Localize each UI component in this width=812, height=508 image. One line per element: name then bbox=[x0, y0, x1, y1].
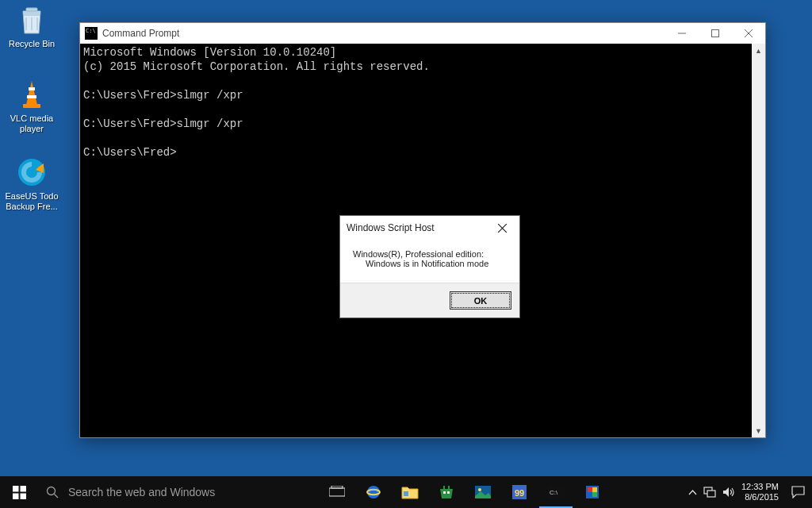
desktop-icon-label: VLC media player bbox=[4, 114, 59, 134]
taskbar-app-fraps[interactable]: 99 bbox=[501, 476, 538, 508]
svg-rect-17 bbox=[404, 491, 408, 496]
easeus-icon bbox=[15, 156, 48, 189]
svg-rect-19 bbox=[448, 486, 450, 490]
svg-rect-21 bbox=[447, 491, 450, 494]
cmd-titlebar[interactable]: Command Prompt bbox=[80, 23, 765, 44]
svg-rect-9 bbox=[13, 493, 19, 499]
svg-rect-14 bbox=[331, 486, 343, 488]
start-button[interactable] bbox=[0, 476, 38, 508]
dialog-line1: Windows(R), Professional edition: bbox=[353, 249, 507, 259]
ok-button[interactable]: OK bbox=[450, 291, 511, 310]
svg-rect-30 bbox=[592, 492, 597, 497]
dialog-line2: Windows is in Notification mode bbox=[353, 259, 507, 268]
svg-rect-29 bbox=[588, 487, 592, 492]
search-icon bbox=[46, 486, 59, 498]
tray-volume-icon[interactable] bbox=[722, 487, 735, 498]
taskbar-app-ie[interactable] bbox=[355, 476, 392, 508]
tray-network-icon[interactable] bbox=[703, 487, 716, 498]
desktop-icon-label: Recycle Bin bbox=[9, 39, 55, 49]
system-tray bbox=[682, 476, 741, 508]
taskbar-clock[interactable]: 12:33 PM 8/6/2015 bbox=[741, 476, 783, 508]
svg-rect-10 bbox=[20, 493, 26, 499]
svg-text:C:\: C:\ bbox=[550, 489, 558, 496]
desktop-icon-vlc[interactable]: VLC media player bbox=[4, 78, 59, 134]
svg-rect-6 bbox=[712, 30, 719, 37]
svg-rect-13 bbox=[329, 488, 345, 496]
svg-rect-0 bbox=[26, 8, 37, 11]
dialog-body: Windows(R), Professional edition: Window… bbox=[340, 240, 519, 283]
svg-rect-20 bbox=[443, 491, 446, 494]
clock-time: 12:33 PM bbox=[741, 482, 779, 492]
svg-point-23 bbox=[478, 488, 481, 491]
dialog-title: Windows Script Host bbox=[347, 222, 491, 233]
taskbar-app-explorer[interactable] bbox=[392, 476, 428, 508]
taskbar-app-store[interactable] bbox=[428, 476, 465, 508]
scroll-up-icon[interactable]: ▲ bbox=[752, 44, 765, 57]
taskbar-app-photos[interactable] bbox=[465, 476, 501, 508]
clock-date: 8/6/2015 bbox=[741, 492, 779, 502]
svg-rect-3 bbox=[23, 104, 40, 108]
taskbar-app-colorful[interactable] bbox=[574, 476, 611, 508]
svg-rect-18 bbox=[443, 486, 445, 490]
svg-rect-8 bbox=[20, 486, 26, 492]
maximize-button[interactable] bbox=[699, 23, 732, 44]
svg-rect-2 bbox=[27, 95, 36, 98]
cmd-scrollbar[interactable]: ▲ ▼ bbox=[752, 44, 765, 437]
svg-rect-7 bbox=[13, 486, 19, 492]
minimize-button[interactable] bbox=[665, 23, 699, 44]
taskbar: Search the web and Windows bbox=[0, 476, 812, 508]
dialog-titlebar[interactable]: Windows Script Host bbox=[340, 216, 519, 240]
task-view-button[interactable] bbox=[319, 476, 355, 508]
vlc-cone-icon bbox=[15, 78, 48, 111]
search-placeholder: Search the web and Windows bbox=[68, 486, 215, 498]
dialog-close-button[interactable] bbox=[491, 217, 513, 239]
svg-rect-31 bbox=[592, 487, 597, 492]
scroll-down-icon[interactable]: ▼ bbox=[752, 424, 765, 437]
svg-rect-33 bbox=[707, 491, 715, 497]
svg-text:99: 99 bbox=[515, 488, 524, 498]
svg-point-11 bbox=[48, 487, 56, 495]
close-button[interactable] bbox=[732, 23, 765, 44]
svg-line-12 bbox=[55, 495, 59, 498]
action-center-button[interactable] bbox=[783, 476, 812, 508]
windows-script-host-dialog: Windows Script Host Windows(R), Professi… bbox=[339, 215, 520, 318]
svg-rect-1 bbox=[29, 87, 35, 90]
desktop-icon-easeus[interactable]: EaseUS Todo Backup Fre... bbox=[4, 156, 59, 212]
taskbar-search[interactable]: Search the web and Windows bbox=[38, 476, 319, 508]
recycle-bin-icon bbox=[15, 3, 48, 37]
desktop-icon-recycle-bin[interactable]: Recycle Bin bbox=[4, 3, 59, 49]
desktop-icon-label: EaseUS Todo Backup Fre... bbox=[4, 191, 59, 212]
tray-chevron-up-icon[interactable] bbox=[688, 488, 697, 497]
taskbar-app-cmd[interactable]: C:\ bbox=[538, 476, 574, 508]
cmd-icon bbox=[85, 27, 98, 40]
cmd-title: Command Prompt bbox=[102, 28, 665, 39]
scroll-track[interactable] bbox=[752, 57, 765, 424]
svg-point-15 bbox=[367, 486, 380, 498]
